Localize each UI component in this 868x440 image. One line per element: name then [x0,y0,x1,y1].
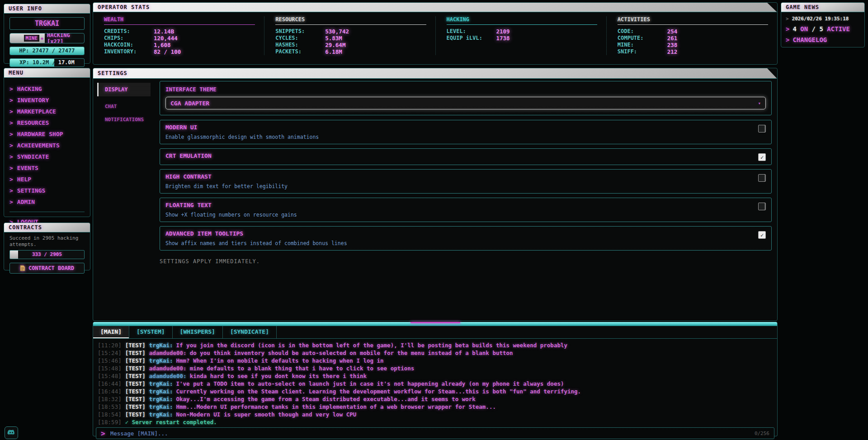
stats-grid: WEALTH CREDITS: 12.14B CHIPS: 120,444 HA… [93,12,777,55]
chat-resize-handle[interactable] [410,322,460,323]
chat-timestamp: [16:44] [98,380,122,387]
chat-timestamp: [11:20] [98,342,122,349]
settings-tab-chat[interactable]: CHAT [97,104,156,109]
chat-username[interactable]: trgKai: [149,357,173,364]
menu-item[interactable]: >RESOURCES [4,117,90,128]
stat-value: 6.18M [325,48,342,55]
chat-username[interactable]: trgKai: [149,342,173,349]
column-header: WEALTH [104,16,255,25]
chat-tab[interactable]: [SYNDICATE] [223,326,277,338]
stat-value: 261 [667,35,678,42]
settings-toggle-row[interactable]: MODERN UI Enable glassmorphic design wit… [160,120,772,144]
chat-message-text: If you join the discord (icon is in the … [176,342,567,349]
chat-message-text: Hmm...Modern UI performance tanks in thi… [176,403,496,410]
stat-row: LEVEL: 2109 [447,28,597,35]
chat-tab[interactable]: [SYSTEM] [129,326,173,338]
toggle-checkbox[interactable]: ✓ [758,174,766,182]
chat-username[interactable]: trgKai: [149,396,173,402]
chat-message: [16:44][TEST]trgKai:Currently working on… [93,388,777,395]
toggle-checkbox[interactable]: ✓ [758,125,766,132]
arrow-icon: > [9,108,13,115]
menu-item[interactable]: >ACHIEVEMENTS [4,140,90,151]
settings-tab-notifications[interactable]: NOTIFICATIONS [97,117,156,123]
game-news-title: GAME NEWS [781,3,864,12]
chat-tab-label: [SYSTEM] [137,328,165,335]
theme-select[interactable]: CGA ADAPTER ▾ [165,97,766,109]
username: TRGKAI [9,17,85,30]
settings-toggle-row[interactable]: FLOATING TEXT Show +X floating numbers o… [160,198,772,222]
contracts-panel: CONTRACTS Succeed in 2905 hacking attemp… [4,222,90,270]
settings-tab-display[interactable]: DISPLAY [97,83,151,96]
chat-timestamp: [15:48] [98,373,122,379]
chat-username[interactable]: adamdude00: [149,373,187,379]
chat-message: [15:46][TEST]trgKai:Hmm? When I'in on mo… [93,357,777,364]
stat-label: SNIPPETS: [275,28,325,35]
settings-toggle-row[interactable]: HIGH CONTRAST Brighten dim text for bett… [160,169,772,194]
toggle-checkbox[interactable]: ✓ [758,231,766,239]
stat-label: CODE: [618,28,667,35]
toggle-checkbox[interactable]: ✓ [758,153,766,161]
chat-resize-bar[interactable] [93,322,777,326]
menu-item-label: HARDWARE SHOP [17,131,63,137]
discord-button[interactable] [5,426,18,439]
menu-item[interactable]: >HACKING [4,83,90,95]
menu-item[interactable]: >HARDWARE SHOP [4,128,90,140]
arrow-icon: > [9,142,13,149]
chat-username[interactable]: trgKai: [149,403,173,410]
chat-input-row: > 0/256 [96,427,774,439]
chat-input[interactable] [109,430,750,437]
stats-column-resources: RESOURCES SNIPPETS: 530,742 CYCLES: 5.83… [264,16,435,55]
toggle-checkbox[interactable]: ✓ [758,203,766,210]
menu-item[interactable]: >SYNDICATE [4,151,90,162]
menu-title: MENU [4,68,90,78]
activity-mode-switch[interactable]: MINE ◆ HACKING [x27] [9,33,85,43]
settings-toggle-row[interactable]: CRT EMULATION ✓ [160,148,772,165]
players-active-count: 5 [819,25,823,33]
stat-row: CHIPS: 120,444 [104,35,255,42]
chat-username[interactable]: adamdude00: [149,350,187,356]
chat-message-text: ✓ Server restart completed. [125,419,217,426]
chat-username[interactable]: trgKai: [149,388,173,395]
contract-board-icon [20,265,25,271]
stat-value: 238 [667,42,678,48]
chat-tab[interactable]: [WHISPERS] [173,326,223,338]
menu-item[interactable]: >EVENTS [4,162,90,174]
changelog-link[interactable]: >CHANGELOG [786,36,860,43]
chat-username[interactable]: trgKai: [149,380,173,387]
chat-message-text: Non-Modern UI is super smooth though and… [176,411,357,418]
settings-title: SETTINGS [93,68,777,79]
stat-label: HACKCOIN: [104,42,154,48]
arrow-icon: > [786,36,789,43]
news-item-latest[interactable]: >2026/02/26 19:35:18 [786,16,860,22]
toggle-title: HIGH CONTRAST [165,173,288,180]
menu-item-label: ACHIEVEMENTS [17,142,60,149]
arrow-icon: > [9,176,13,183]
toggle-title: MODERN UI [165,124,319,131]
menu-item[interactable]: >MARKETPLACE [4,106,90,117]
input-prompt-icon: > [101,429,105,438]
contract-board-button[interactable]: CONTRACT BOARD [9,263,85,274]
chat-badge: [TEST] [125,403,146,410]
stat-row: MINE: 238 [618,42,768,48]
menu-item[interactable]: >INVENTORY [4,95,90,106]
toggle-subtitle: Show affix names and tiers instead of co… [165,240,347,246]
menu-item[interactable]: >SETTINGS [4,185,90,196]
chat-username[interactable]: adamdude00: [149,365,187,372]
menu-item[interactable]: >ADMIN [4,196,90,208]
toggle-list: MODERN UI Enable glassmorphic design wit… [160,120,772,251]
arrow-icon: > [9,97,13,104]
arrow-icon: > [9,187,13,194]
hp-bar-text: HP: 27477 / 27477 [19,47,75,54]
chevron-down-icon: ▾ [758,100,761,106]
diamond-icon: ◆ [41,36,43,41]
column-header: ACTIVITIES [618,16,768,25]
stat-row: HASHES: 29.64M [275,42,426,48]
menu-item[interactable]: >HELP [4,174,90,185]
settings-toggle-row[interactable]: ADVANCED ITEM TOOLTIPS Show affix names … [160,226,772,251]
toggle-subtitle: Enable glassmorphic design with smooth a… [165,134,319,140]
chat-username[interactable]: trgKai: [149,411,173,418]
xp-bar-text-remaining: 17.0M [58,59,75,66]
stat-label: HASHES: [275,42,325,48]
user-info-title: USER INFO [4,4,90,14]
chat-tab[interactable]: [MAIN] [93,326,129,338]
